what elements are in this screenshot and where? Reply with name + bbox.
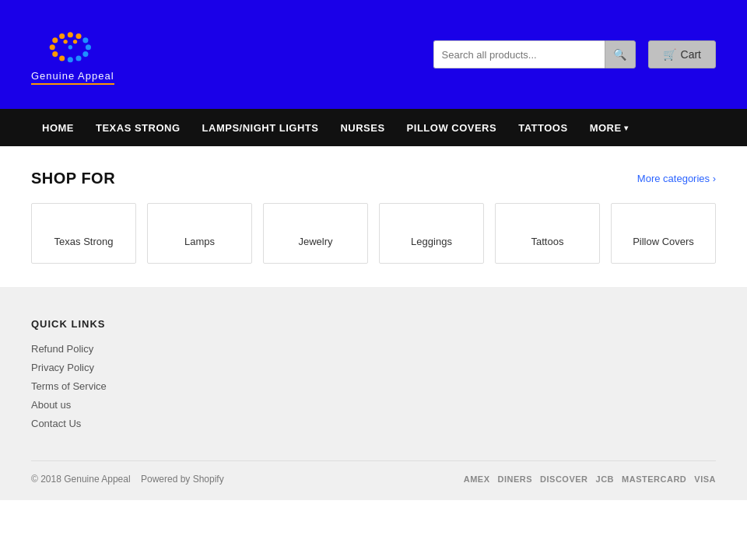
mastercard-icon: MASTERCARD xyxy=(622,474,686,484)
search-icon: 🔍 xyxy=(613,48,626,61)
nav-item-pillow-covers[interactable]: PILLOW COVERS xyxy=(396,109,508,146)
privacy-policy-link[interactable]: Privacy Policy xyxy=(31,362,94,373)
footer-bottom: © 2018 Genuine Appeal Powered by Shopify… xyxy=(31,460,716,485)
category-label: Texas Strong xyxy=(54,236,114,247)
category-pillow-covers[interactable]: Pillow Covers xyxy=(611,203,716,264)
header: Genuine Appeal 🔍 🛒 Cart xyxy=(0,0,747,109)
footer-copyright: © 2018 Genuine Appeal Powered by Shopify xyxy=(31,474,224,485)
logo[interactable]: Genuine Appeal xyxy=(31,24,114,85)
search-input[interactable] xyxy=(433,40,605,68)
svg-point-2 xyxy=(68,32,73,37)
discover-icon: DISCOVER xyxy=(540,474,587,484)
category-label: Leggings xyxy=(411,236,452,247)
category-leggings[interactable]: Leggings xyxy=(379,203,484,264)
jcb-icon: JCB xyxy=(596,474,615,484)
shop-for-header: SHOP FOR More categories › xyxy=(31,170,716,187)
svg-point-7 xyxy=(76,55,82,61)
svg-point-10 xyxy=(52,51,58,57)
quick-links-title: QUICK LINKS xyxy=(31,318,716,330)
svg-point-1 xyxy=(59,33,65,39)
main-content: SHOP FOR More categories › Texas Strong … xyxy=(0,146,747,287)
main-nav: HOME TEXAS STRONG LAMPS/NIGHT LIGHTS NUR… xyxy=(0,109,747,146)
svg-point-14 xyxy=(68,45,72,49)
logo-text: Genuine Appeal xyxy=(31,70,114,82)
logo-underline xyxy=(31,83,114,85)
about-us-link[interactable]: About us xyxy=(31,399,71,411)
list-item: About us xyxy=(31,398,716,411)
refund-policy-link[interactable]: Refund Policy xyxy=(31,343,93,355)
copyright-text: © 2018 Genuine Appeal xyxy=(31,474,131,485)
shop-for-title: SHOP FOR xyxy=(31,170,115,187)
nav-item-tattoos[interactable]: TATTOOS xyxy=(507,109,578,146)
amex-icon: AMEX xyxy=(464,474,490,484)
powered-by-text: Powered by Shopify xyxy=(141,474,224,485)
category-label: Tattoos xyxy=(531,236,564,247)
category-lamps[interactable]: Lamps xyxy=(147,203,252,264)
category-texas-strong[interactable]: Texas Strong xyxy=(31,203,136,264)
nav-item-home[interactable]: HOME xyxy=(31,109,85,146)
category-tattoos[interactable]: Tattoos xyxy=(495,203,600,264)
svg-point-4 xyxy=(83,37,89,43)
svg-point-12 xyxy=(64,40,68,44)
cart-label: Cart xyxy=(681,48,701,61)
cart-icon: 🛒 xyxy=(663,48,676,61)
category-jewelry[interactable]: Jewelry xyxy=(263,203,368,264)
search-button[interactable]: 🔍 xyxy=(605,40,636,68)
more-categories-link[interactable]: More categories › xyxy=(637,173,716,184)
contact-us-link[interactable]: Contact Us xyxy=(31,418,81,429)
list-item: Terms of Service xyxy=(31,380,716,392)
header-right: 🔍 🛒 Cart xyxy=(433,40,716,68)
logo-icon xyxy=(41,24,103,67)
chevron-down-icon: ▾ xyxy=(624,124,629,132)
footer: QUICK LINKS Refund Policy Privacy Policy… xyxy=(0,287,747,500)
category-label: Lamps xyxy=(184,236,215,247)
svg-point-3 xyxy=(76,33,82,39)
svg-point-6 xyxy=(83,51,89,57)
svg-point-11 xyxy=(50,44,55,50)
list-item: Privacy Policy xyxy=(31,361,716,373)
search-form: 🔍 xyxy=(433,40,636,68)
nav-item-nurses[interactable]: NURSES xyxy=(329,109,395,146)
payment-icons: AMEX DINERS DISCOVER JCB MASTERCARD VISA xyxy=(464,474,716,484)
quick-links-list: Refund Policy Privacy Policy Terms of Se… xyxy=(31,342,716,429)
svg-point-5 xyxy=(86,44,91,50)
nav-item-texas-strong[interactable]: TEXAS STRONG xyxy=(85,109,191,146)
categories-grid: Texas Strong Lamps Jewelry Leggings Tatt… xyxy=(31,203,716,264)
terms-of-service-link[interactable]: Terms of Service xyxy=(31,380,107,392)
svg-point-8 xyxy=(68,57,73,62)
nav-item-lamps[interactable]: LAMPS/NIGHT LIGHTS xyxy=(191,109,330,146)
category-label: Pillow Covers xyxy=(633,236,694,247)
list-item: Refund Policy xyxy=(31,342,716,355)
svg-point-9 xyxy=(59,55,65,61)
visa-icon: VISA xyxy=(694,474,716,484)
category-label: Jewelry xyxy=(298,236,332,247)
svg-point-0 xyxy=(52,37,58,43)
cart-button[interactable]: 🛒 Cart xyxy=(648,40,716,68)
nav-item-more[interactable]: MORE ▾ xyxy=(579,109,640,146)
diners-icon: DINERS xyxy=(498,474,533,484)
svg-point-13 xyxy=(73,40,77,44)
powered-by-link[interactable]: Powered by Shopify xyxy=(141,474,224,485)
list-item: Contact Us xyxy=(31,417,716,429)
